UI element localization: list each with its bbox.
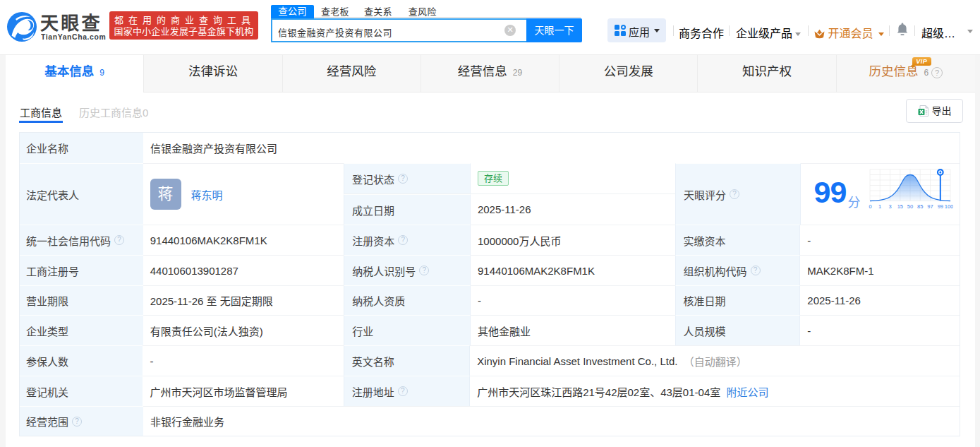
svg-text:50: 50 <box>907 203 912 210</box>
svg-text:0: 0 <box>869 203 871 210</box>
svg-text:15: 15 <box>897 203 902 210</box>
svg-text:97: 97 <box>927 203 933 210</box>
svg-text:85: 85 <box>917 203 923 210</box>
svg-text:100: 100 <box>944 203 952 210</box>
svg-text:99: 99 <box>937 203 943 210</box>
svg-text:1: 1 <box>878 203 881 210</box>
svg-text:3: 3 <box>888 203 891 210</box>
